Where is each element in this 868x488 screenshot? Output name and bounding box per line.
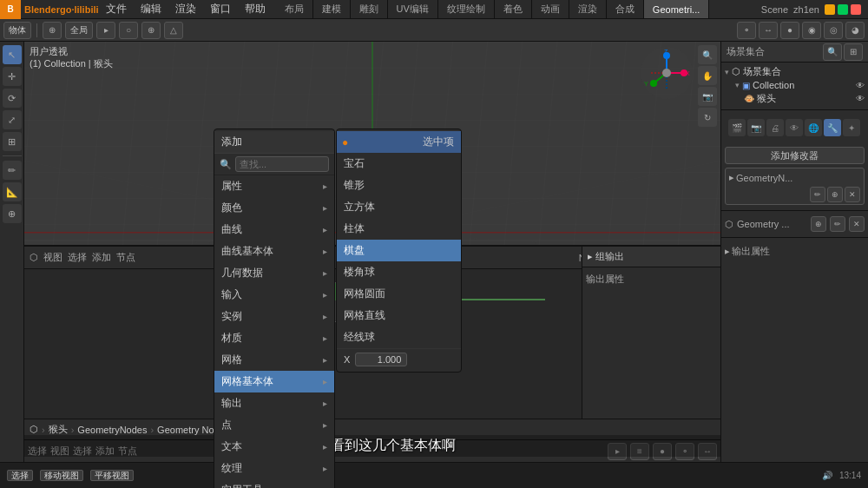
tab-uv[interactable]: UV编辑 [388, 0, 438, 18]
breadcrumb-geometry-nodes[interactable]: GeometryNodes [77, 425, 147, 435]
add-context-menu[interactable]: 添加 🔍 属性 ▸ 颜色 ▸ 曲线 ▸ 曲线基本体 ▸ 几何数据 ▸ 输入 ▸ [214, 129, 335, 488]
modifier-edit-icon[interactable]: ✏ [810, 187, 825, 202]
node-add-btn[interactable]: 选择 [68, 251, 87, 264]
collection-expand-icon[interactable]: ▾ [735, 81, 740, 89]
props-icon-render[interactable]: 📷 [747, 119, 765, 136]
geometry-ref-edit[interactable]: ✏ [830, 216, 845, 232]
object-visibility-icon[interactable]: 👁 [856, 94, 865, 103]
menu-item-instance[interactable]: 实例 ▸ [214, 306, 334, 327]
menu-item-input[interactable]: 输入 ▸ [214, 284, 334, 306]
tab-modeling[interactable]: 建模 [313, 0, 351, 18]
node-editor-type[interactable]: ⬡ [30, 252, 38, 263]
props-icon-modifier[interactable]: 🔧 [824, 119, 841, 136]
tab-layout[interactable]: 布局 [276, 0, 313, 18]
props-search-icon[interactable]: 🔍 [823, 43, 842, 61]
tool-rotate[interactable]: ⟳ [3, 89, 22, 108]
x-value[interactable]: 1.000 [355, 353, 407, 366]
modifier-link-icon[interactable]: ⊕ [827, 187, 843, 202]
tool-add-cursor[interactable]: ⊕ [3, 204, 22, 223]
output-prop-expand[interactable]: ▸ 输出属性 [725, 243, 865, 260]
props-icon-world[interactable]: 🌐 [805, 119, 822, 136]
gizmo-btn[interactable]: ↔ [759, 22, 778, 39]
sub-menu-mesh-line[interactable]: 网格直线 [337, 305, 461, 326]
props-icon-view[interactable]: 👁 [786, 119, 803, 136]
menu-item-curve[interactable]: 曲线 ▸ [214, 219, 334, 241]
tool-move[interactable]: ✛ [3, 67, 22, 86]
sub-menu-cylinder[interactable]: 柱体 [337, 218, 461, 240]
tab-shading[interactable]: 着色 [495, 0, 532, 18]
tool-scale[interactable]: ⤢ [3, 110, 22, 129]
close-btn[interactable] [851, 4, 861, 15]
menu-file[interactable]: 文件 [99, 0, 134, 18]
breadcrumb-monkey[interactable]: 猴头 [49, 423, 68, 436]
proportional-btn[interactable]: ○ [119, 22, 138, 39]
sub-menu-cone[interactable]: 锥形 [337, 175, 461, 196]
outliner-scene[interactable]: ▾ ⬡ 场景集合 [725, 64, 865, 79]
sub-menu-gem[interactable]: 宝石 [337, 153, 461, 175]
menu-item-texture[interactable]: 纹理 ▸ [214, 458, 334, 479]
sub-menu-cube[interactable]: 立方体 [337, 196, 461, 218]
modifier-entry[interactable]: ▸ GeometryN... ✏ ⊕ ✕ [725, 168, 865, 205]
shading-eevee[interactable]: ◕ [845, 22, 865, 39]
nav-gizmo[interactable]: X Z Y [641, 47, 693, 99]
menu-item-points[interactable]: 点 ▸ [214, 414, 334, 436]
menu-item-text[interactable]: 文本 ▸ [214, 436, 334, 458]
menu-item-utilities[interactable]: 实用工具 ▸ [214, 479, 334, 488]
menu-item-color[interactable]: 颜色 ▸ [214, 197, 334, 219]
add-menu-search[interactable]: 🔍 [214, 154, 334, 175]
menu-window[interactable]: 窗口 [203, 0, 238, 18]
menu-item-curve-prim[interactable]: 曲线基本体 ▸ [214, 241, 334, 262]
menu-item-output[interactable]: 输出 ▸ [214, 392, 334, 414]
tool-btn-2[interactable]: △ [164, 22, 183, 39]
tool-annotate[interactable]: ✏ [3, 161, 22, 180]
sub-menu-grid[interactable]: 棋盘 [337, 240, 461, 261]
tool-select[interactable]: ↖ [3, 45, 22, 64]
outliner-collection[interactable]: ▾ ▣ Collection 👁 [725, 79, 865, 91]
object-mode-btn[interactable]: 物体 [3, 22, 31, 39]
props-icon-scene[interactable]: 🎬 [728, 119, 746, 136]
tool-measure[interactable]: 📐 [3, 182, 22, 201]
menu-item-mesh[interactable]: 网格 ▸ [214, 349, 334, 371]
collection-visibility-icon[interactable]: 👁 [856, 81, 865, 90]
tab-sculpting[interactable]: 雕刻 [351, 0, 388, 18]
tab-compositing[interactable]: 合成 [607, 0, 644, 18]
modifier-expand-btn[interactable]: ▸ GeometryN... [729, 170, 860, 185]
props-icon-particle[interactable]: ✦ [843, 119, 860, 136]
menu-render[interactable]: 渲染 [168, 0, 203, 18]
props-filter-icon[interactable]: ⊞ [844, 43, 863, 61]
tab-render[interactable]: 渲染 [569, 0, 607, 18]
menu-item-mesh-prim[interactable]: 网格基本体 ▸ [214, 371, 334, 392]
props-icon-output[interactable]: 🖨 [766, 119, 784, 136]
geometry-ref-delete[interactable]: ✕ [849, 216, 865, 232]
global-btn[interactable]: ⊕ [43, 22, 62, 39]
menu-edit[interactable]: 编辑 [134, 0, 168, 18]
select-mode-btn[interactable]: 全局 [65, 22, 93, 39]
maximize-btn[interactable] [838, 4, 848, 15]
scene-selector[interactable]: Scene [761, 4, 788, 15]
hand-icon[interactable]: ✋ [698, 66, 717, 85]
menu-item-material[interactable]: 材质 ▸ [214, 327, 334, 349]
menu-item-geodata[interactable]: 几何数据 ▸ [214, 262, 334, 284]
menu-help[interactable]: 帮助 [238, 0, 273, 18]
tool-transform[interactable]: ⊞ [3, 132, 22, 151]
sub-menu-uv-sphere[interactable]: 经线球 [337, 326, 461, 348]
node-menu-btn[interactable]: 添加 [92, 251, 111, 264]
tab-animation[interactable]: 动画 [532, 0, 569, 18]
add-modifier-btn[interactable]: 添加修改器 [725, 147, 865, 164]
scene-expand-icon[interactable]: ▾ [725, 68, 729, 76]
snap-btn[interactable]: ▸ [96, 22, 115, 39]
tool-btn-1[interactable]: ⊕ [141, 22, 161, 39]
search-input[interactable] [235, 156, 329, 172]
sub-menu-ico-sphere[interactable]: 楼角球 [337, 261, 461, 283]
node-select-btn[interactable]: 视图 [43, 251, 62, 264]
camera-icon[interactable]: 📷 [698, 87, 717, 106]
sub-menu-mesh-primitives[interactable]: ● 选中项 宝石 锥形 立方体 柱体 棋盘 楼角球 网格圆面 网格直线 经线球 [336, 129, 462, 373]
node-node-btn[interactable]: 节点 [116, 251, 135, 264]
overlay-btn[interactable]: ⚬ [737, 22, 756, 39]
geometry-ref-link[interactable]: ⊕ [811, 216, 826, 232]
shading-material[interactable]: ◉ [802, 22, 821, 39]
zoom-icon[interactable]: 🔍 [698, 45, 717, 64]
sub-menu-mesh-circle[interactable]: 网格圆面 [337, 283, 461, 305]
sub-menu-selected[interactable]: ● 选中项 [337, 131, 461, 153]
menu-item-attributes[interactable]: 属性 ▸ [214, 175, 334, 197]
